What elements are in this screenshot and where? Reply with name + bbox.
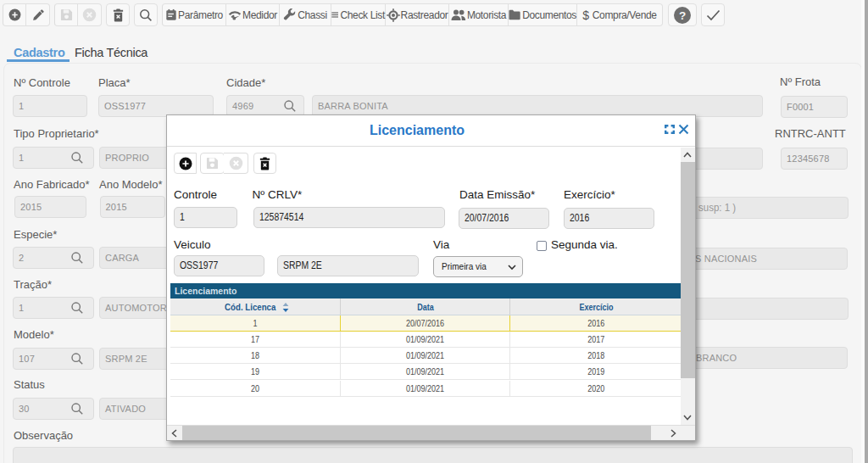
svg-text:?: ? — [679, 8, 686, 21]
